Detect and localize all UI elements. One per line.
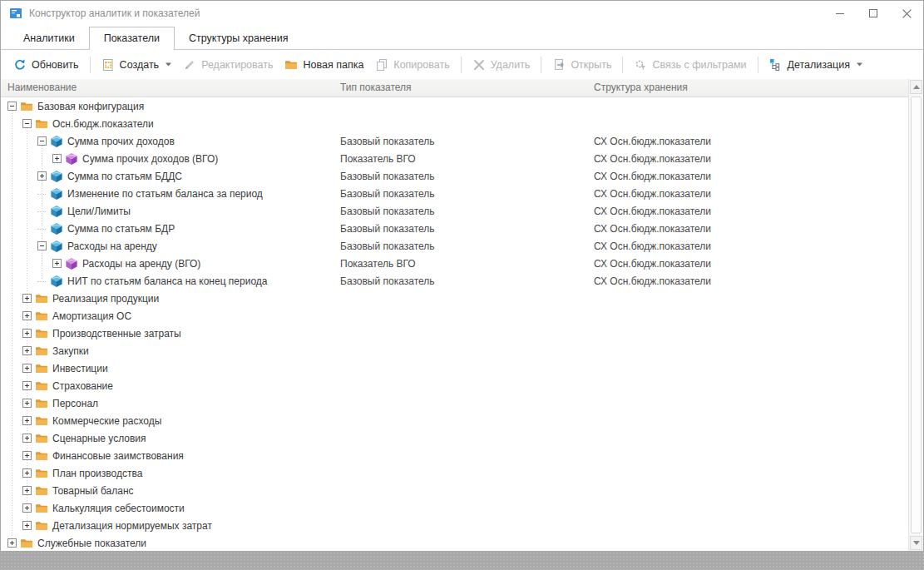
refresh-icon bbox=[13, 58, 27, 72]
table-row[interactable]: Сумма прочих доходовБазовый показательСХ… bbox=[1, 132, 908, 150]
cell-indicator-type: Базовый показатель bbox=[334, 275, 587, 287]
folder-icon bbox=[35, 502, 48, 515]
collapse-icon[interactable] bbox=[7, 102, 17, 111]
row-label: План производства bbox=[52, 468, 142, 479]
folder-icon bbox=[35, 449, 48, 463]
cell-storage-structure: СХ Осн.бюдж.показатели bbox=[587, 206, 908, 217]
column-header-name[interactable]: Наименование bbox=[1, 79, 334, 97]
cell-indicator-type: Базовый показатель bbox=[334, 188, 587, 200]
table-row[interactable]: Коммерческие расходы bbox=[1, 412, 908, 429]
refresh-button[interactable]: Обновить bbox=[7, 55, 85, 75]
expand-icon[interactable] bbox=[37, 171, 47, 181]
table-row[interactable]: Изменение по статьям баланса за периодБа… bbox=[1, 185, 908, 202]
expand-icon[interactable] bbox=[22, 311, 32, 320]
delete-button[interactable]: Удалить bbox=[467, 55, 536, 75]
expand-icon[interactable] bbox=[22, 468, 32, 478]
table-row[interactable]: Производственные затраты bbox=[1, 325, 908, 342]
new-folder-button[interactable]: Новая папка bbox=[279, 55, 369, 75]
table-row[interactable]: Служебные показатели bbox=[1, 534, 908, 551]
table-row[interactable]: Страхование bbox=[1, 377, 908, 394]
row-label: Сумма прочих доходов (ВГО) bbox=[82, 153, 218, 165]
indicator-cube-icon bbox=[50, 222, 63, 235]
expand-icon[interactable] bbox=[22, 434, 32, 443]
expand-icon[interactable] bbox=[22, 503, 32, 513]
table-row[interactable]: Цели/ЛимитыБазовый показательСХ Осн.бюдж… bbox=[1, 202, 908, 220]
collapse-icon[interactable] bbox=[37, 136, 47, 146]
chevron-down-icon[interactable] bbox=[166, 62, 171, 67]
table-row[interactable]: Реализация продукции bbox=[1, 290, 908, 307]
copy-button[interactable]: Копировать bbox=[369, 55, 455, 75]
collapse-icon[interactable] bbox=[37, 241, 47, 250]
desktop-background-strip bbox=[0, 552, 924, 570]
table-row[interactable]: Осн.бюдж.показатели bbox=[1, 115, 908, 132]
scroll-down-button[interactable] bbox=[910, 536, 922, 550]
folder-icon bbox=[20, 537, 33, 550]
table-row[interactable]: Расходы на арендуБазовый показательСХ Ос… bbox=[1, 237, 908, 255]
table-row[interactable]: Калькуляция себестоимости bbox=[1, 499, 908, 517]
app-icon bbox=[9, 7, 22, 20]
cell-storage-structure: СХ Осн.бюдж.показатели bbox=[587, 153, 908, 165]
tab-indicators[interactable]: Показатели bbox=[89, 27, 175, 50]
expand-icon[interactable] bbox=[52, 154, 62, 163]
tab-bar: АналитикиПоказателиСтруктуры хранения bbox=[1, 26, 923, 50]
expand-icon[interactable] bbox=[22, 451, 32, 460]
folder-icon bbox=[35, 467, 48, 480]
cell-indicator-type: Показатель ВГО bbox=[334, 153, 587, 165]
indicator-vgo-icon bbox=[65, 257, 78, 270]
close-button[interactable] bbox=[890, 1, 923, 26]
create-button[interactable]: Создать bbox=[96, 55, 178, 75]
expand-icon[interactable] bbox=[22, 416, 32, 425]
folder-icon bbox=[35, 117, 48, 131]
table-row[interactable]: Закупки bbox=[1, 342, 908, 359]
filter-link-button[interactable]: Связь с фильтрами bbox=[628, 55, 752, 75]
scroll-up-button[interactable] bbox=[910, 80, 922, 94]
expand-icon[interactable] bbox=[52, 259, 62, 268]
toolbar-button-label: Обновить bbox=[32, 59, 79, 71]
column-header-storage[interactable]: Структура хранения bbox=[587, 79, 923, 97]
folder-icon bbox=[35, 397, 48, 410]
tab-storage-structures[interactable]: Структуры хранения bbox=[175, 28, 302, 49]
table-row[interactable]: Сумма по статьям БДРБазовый показательСХ… bbox=[1, 220, 908, 237]
expand-icon[interactable] bbox=[22, 521, 32, 530]
tree-table: Базовая конфигурацияОсн.бюдж.показателиС… bbox=[1, 97, 908, 551]
table-row[interactable]: Сумма прочих доходов (ВГО)Показатель ВГО… bbox=[1, 150, 908, 167]
expand-icon[interactable] bbox=[22, 381, 32, 390]
vertical-scrollbar[interactable] bbox=[908, 79, 923, 551]
table-row[interactable]: Детализация нормируемых затрат bbox=[1, 517, 908, 534]
expand-icon[interactable] bbox=[22, 399, 32, 408]
expand-icon[interactable] bbox=[22, 486, 32, 495]
collapse-icon[interactable] bbox=[22, 119, 32, 128]
expand-icon[interactable] bbox=[7, 538, 17, 548]
row-label: Товарный баланс bbox=[52, 485, 134, 497]
folder-icon bbox=[35, 362, 48, 375]
scroll-thumb[interactable] bbox=[911, 97, 922, 533]
table-row[interactable]: НИТ по статьям баланса на конец периодаБ… bbox=[1, 272, 908, 290]
indicator-cube-icon bbox=[50, 275, 63, 288]
detail-button[interactable]: Детализация bbox=[763, 55, 868, 75]
toolbar-button-label: Открыть bbox=[571, 59, 611, 71]
table-row[interactable]: Товарный баланс bbox=[1, 482, 908, 499]
table-row[interactable]: Базовая конфигурация bbox=[1, 97, 908, 115]
table-row[interactable]: План производства bbox=[1, 464, 908, 482]
tab-analytics[interactable]: Аналитики bbox=[9, 28, 89, 49]
table-row[interactable]: Сценарные условия bbox=[1, 429, 908, 447]
open-button[interactable]: Открыть bbox=[546, 55, 617, 75]
chevron-down-icon[interactable] bbox=[857, 62, 862, 67]
folder-icon bbox=[35, 292, 48, 305]
maximize-button[interactable] bbox=[857, 1, 890, 26]
table-row[interactable]: Сумма по статьям БДДСБазовый показательС… bbox=[1, 167, 908, 185]
table-row[interactable]: Финансовые заимствования bbox=[1, 447, 908, 464]
copy-icon bbox=[375, 58, 388, 72]
table-row[interactable]: Амортизация ОС bbox=[1, 307, 908, 325]
expand-icon[interactable] bbox=[22, 294, 32, 303]
column-header-type[interactable]: Тип показателя bbox=[334, 79, 587, 97]
minimize-button[interactable] bbox=[823, 1, 857, 26]
edit-button[interactable]: Редактировать bbox=[177, 55, 279, 75]
expand-icon[interactable] bbox=[22, 346, 32, 355]
table-row[interactable]: Персонал bbox=[1, 394, 908, 412]
expand-icon[interactable] bbox=[22, 329, 32, 338]
expand-icon[interactable] bbox=[22, 364, 32, 373]
table-row[interactable]: Расходы на аренду (ВГО)Показатель ВГОСХ … bbox=[1, 255, 908, 272]
table-row[interactable]: Инвестиции bbox=[1, 359, 908, 377]
indicator-vgo-icon bbox=[65, 152, 78, 166]
